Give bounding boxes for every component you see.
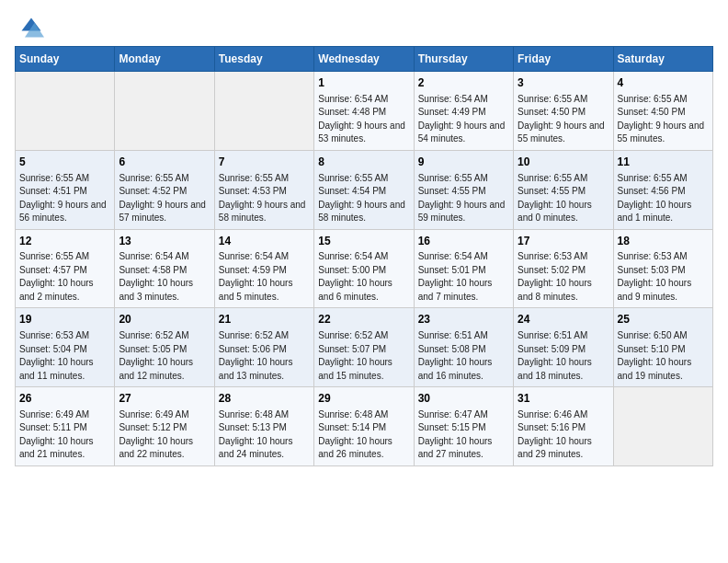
cell-content: Sunrise: 6:54 AM Sunset: 5:00 PM Dayligh… xyxy=(318,250,409,304)
day-number: 22 xyxy=(318,312,409,327)
calendar-cell: 19Sunrise: 6:53 AM Sunset: 5:04 PM Dayli… xyxy=(16,308,115,387)
cell-content: Sunrise: 6:55 AM Sunset: 4:50 PM Dayligh… xyxy=(518,93,609,146)
cell-content: Sunrise: 6:55 AM Sunset: 4:53 PM Dayligh… xyxy=(219,172,310,225)
day-number: 21 xyxy=(219,312,310,327)
calendar-cell xyxy=(16,72,115,151)
calendar-cell: 29Sunrise: 6:48 AM Sunset: 5:14 PM Dayli… xyxy=(314,387,414,466)
day-number: 19 xyxy=(19,312,110,327)
calendar-cell: 16Sunrise: 6:54 AM Sunset: 5:01 PM Dayli… xyxy=(414,229,513,308)
calendar-cell: 11Sunrise: 6:55 AM Sunset: 4:56 PM Dayli… xyxy=(613,150,712,229)
calendar-cell: 3Sunrise: 6:55 AM Sunset: 4:50 PM Daylig… xyxy=(514,72,613,151)
cell-content: Sunrise: 6:49 AM Sunset: 5:12 PM Dayligh… xyxy=(119,408,210,462)
day-number: 25 xyxy=(618,312,709,327)
day-number: 12 xyxy=(19,234,110,249)
cell-content: Sunrise: 6:55 AM Sunset: 4:55 PM Dayligh… xyxy=(418,172,509,225)
day-number: 2 xyxy=(418,75,509,91)
day-number: 1 xyxy=(318,75,409,91)
day-number: 14 xyxy=(219,234,310,249)
day-number: 8 xyxy=(318,155,409,170)
calendar-cell: 17Sunrise: 6:53 AM Sunset: 5:02 PM Dayli… xyxy=(514,229,613,308)
day-number: 29 xyxy=(318,391,409,407)
day-number: 13 xyxy=(119,234,210,249)
day-number: 11 xyxy=(618,155,709,170)
cell-content: Sunrise: 6:55 AM Sunset: 4:51 PM Dayligh… xyxy=(19,172,110,225)
day-number: 18 xyxy=(618,234,709,249)
calendar-cell xyxy=(214,72,313,151)
calendar-cell xyxy=(613,387,712,466)
cell-content: Sunrise: 6:51 AM Sunset: 5:08 PM Dayligh… xyxy=(418,329,509,383)
cell-content: Sunrise: 6:54 AM Sunset: 5:01 PM Dayligh… xyxy=(418,250,509,304)
day-number: 27 xyxy=(119,391,210,407)
cell-content: Sunrise: 6:55 AM Sunset: 4:56 PM Dayligh… xyxy=(618,172,709,225)
cell-content: Sunrise: 6:51 AM Sunset: 5:09 PM Dayligh… xyxy=(518,329,609,383)
cell-content: Sunrise: 6:54 AM Sunset: 4:59 PM Dayligh… xyxy=(219,250,310,304)
calendar-cell: 24Sunrise: 6:51 AM Sunset: 5:09 PM Dayli… xyxy=(514,308,613,387)
cell-content: Sunrise: 6:54 AM Sunset: 4:48 PM Dayligh… xyxy=(318,93,409,146)
cell-content: Sunrise: 6:54 AM Sunset: 4:58 PM Dayligh… xyxy=(119,250,210,304)
day-number: 7 xyxy=(219,155,310,170)
cell-content: Sunrise: 6:55 AM Sunset: 4:57 PM Dayligh… xyxy=(19,250,110,304)
cell-content: Sunrise: 6:50 AM Sunset: 5:10 PM Dayligh… xyxy=(618,329,709,383)
logo-icon xyxy=(18,15,44,40)
calendar-cell: 25Sunrise: 6:50 AM Sunset: 5:10 PM Dayli… xyxy=(613,308,712,387)
day-number: 24 xyxy=(518,312,609,327)
calendar-cell: 9Sunrise: 6:55 AM Sunset: 4:55 PM Daylig… xyxy=(414,150,513,229)
day-number: 6 xyxy=(119,155,210,170)
logo xyxy=(15,15,44,35)
cell-content: Sunrise: 6:55 AM Sunset: 4:52 PM Dayligh… xyxy=(119,172,210,225)
calendar-cell: 7Sunrise: 6:55 AM Sunset: 4:53 PM Daylig… xyxy=(214,150,313,229)
calendar-cell: 13Sunrise: 6:54 AM Sunset: 4:58 PM Dayli… xyxy=(115,229,214,308)
cell-content: Sunrise: 6:48 AM Sunset: 5:13 PM Dayligh… xyxy=(219,408,310,462)
calendar-cell: 22Sunrise: 6:52 AM Sunset: 5:07 PM Dayli… xyxy=(314,308,414,387)
calendar-cell: 14Sunrise: 6:54 AM Sunset: 4:59 PM Dayli… xyxy=(214,229,313,308)
cell-content: Sunrise: 6:46 AM Sunset: 5:16 PM Dayligh… xyxy=(518,408,609,462)
calendar-cell: 5Sunrise: 6:55 AM Sunset: 4:51 PM Daylig… xyxy=(16,150,115,229)
day-number: 26 xyxy=(19,391,110,407)
day-number: 4 xyxy=(618,75,709,91)
day-of-week-header: Saturday xyxy=(613,47,712,72)
cell-content: Sunrise: 6:53 AM Sunset: 5:03 PM Dayligh… xyxy=(618,250,709,304)
day-number: 20 xyxy=(119,312,210,327)
calendar-cell: 8Sunrise: 6:55 AM Sunset: 4:54 PM Daylig… xyxy=(314,150,414,229)
day-number: 9 xyxy=(418,155,509,170)
day-of-week-header: Wednesday xyxy=(314,47,414,72)
calendar-cell: 15Sunrise: 6:54 AM Sunset: 5:00 PM Dayli… xyxy=(314,229,414,308)
day-number: 28 xyxy=(219,391,310,407)
calendar-cell: 28Sunrise: 6:48 AM Sunset: 5:13 PM Dayli… xyxy=(214,387,313,466)
calendar-cell: 30Sunrise: 6:47 AM Sunset: 5:15 PM Dayli… xyxy=(414,387,513,466)
calendar-cell: 21Sunrise: 6:52 AM Sunset: 5:06 PM Dayli… xyxy=(214,308,313,387)
cell-content: Sunrise: 6:49 AM Sunset: 5:11 PM Dayligh… xyxy=(19,408,110,462)
calendar-cell: 2Sunrise: 6:54 AM Sunset: 4:49 PM Daylig… xyxy=(414,72,513,151)
day-number: 30 xyxy=(418,391,509,407)
calendar-cell: 6Sunrise: 6:55 AM Sunset: 4:52 PM Daylig… xyxy=(115,150,214,229)
cell-content: Sunrise: 6:54 AM Sunset: 4:49 PM Dayligh… xyxy=(418,93,509,146)
calendar-cell: 12Sunrise: 6:55 AM Sunset: 4:57 PM Dayli… xyxy=(16,229,115,308)
calendar-cell: 20Sunrise: 6:52 AM Sunset: 5:05 PM Dayli… xyxy=(115,308,214,387)
cell-content: Sunrise: 6:48 AM Sunset: 5:14 PM Dayligh… xyxy=(318,408,409,462)
calendar-cell: 1Sunrise: 6:54 AM Sunset: 4:48 PM Daylig… xyxy=(314,72,414,151)
day-of-week-header: Thursday xyxy=(414,47,513,72)
calendar-cell xyxy=(115,72,214,151)
day-number: 3 xyxy=(518,75,609,91)
day-of-week-header: Tuesday xyxy=(214,47,313,72)
day-of-week-header: Friday xyxy=(514,47,613,72)
day-number: 5 xyxy=(19,155,110,170)
cell-content: Sunrise: 6:53 AM Sunset: 5:04 PM Dayligh… xyxy=(19,329,110,383)
cell-content: Sunrise: 6:55 AM Sunset: 4:55 PM Dayligh… xyxy=(518,172,609,225)
calendar-cell: 27Sunrise: 6:49 AM Sunset: 5:12 PM Dayli… xyxy=(115,387,214,466)
cell-content: Sunrise: 6:47 AM Sunset: 5:15 PM Dayligh… xyxy=(418,408,509,462)
cell-content: Sunrise: 6:52 AM Sunset: 5:07 PM Dayligh… xyxy=(318,329,409,383)
page-header xyxy=(15,15,713,35)
day-number: 31 xyxy=(518,391,609,407)
calendar-table: SundayMondayTuesdayWednesdayThursdayFrid… xyxy=(15,46,713,466)
cell-content: Sunrise: 6:52 AM Sunset: 5:06 PM Dayligh… xyxy=(219,329,310,383)
calendar-cell: 31Sunrise: 6:46 AM Sunset: 5:16 PM Dayli… xyxy=(514,387,613,466)
calendar-cell: 4Sunrise: 6:55 AM Sunset: 4:50 PM Daylig… xyxy=(613,72,712,151)
day-number: 16 xyxy=(418,234,509,249)
day-of-week-header: Sunday xyxy=(16,47,115,72)
cell-content: Sunrise: 6:55 AM Sunset: 4:50 PM Dayligh… xyxy=(618,93,709,146)
cell-content: Sunrise: 6:53 AM Sunset: 5:02 PM Dayligh… xyxy=(518,250,609,304)
day-number: 10 xyxy=(518,155,609,170)
day-number: 17 xyxy=(518,234,609,249)
day-number: 23 xyxy=(418,312,509,327)
